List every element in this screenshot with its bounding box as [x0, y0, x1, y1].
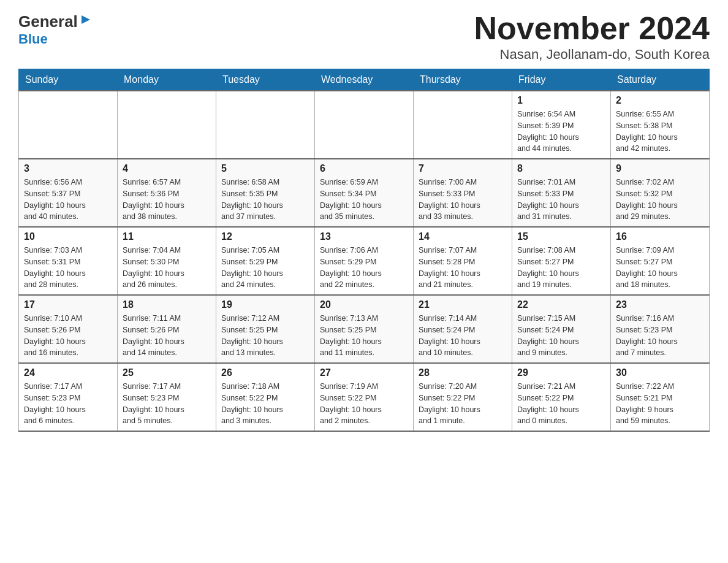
weekday-header-row: SundayMondayTuesdayWednesdayThursdayFrid… — [19, 69, 710, 91]
calendar-cell: 23Sunrise: 7:16 AM Sunset: 5:23 PM Dayli… — [611, 295, 710, 363]
day-number: 9 — [616, 163, 704, 174]
day-number: 19 — [221, 299, 309, 310]
day-number: 2 — [616, 95, 704, 106]
calendar-cell: 16Sunrise: 7:09 AM Sunset: 5:27 PM Dayli… — [611, 227, 710, 295]
day-info: Sunrise: 7:11 AM Sunset: 5:26 PM Dayligh… — [123, 313, 211, 359]
calendar-cell: 13Sunrise: 7:06 AM Sunset: 5:29 PM Dayli… — [315, 227, 414, 295]
day-number: 15 — [517, 231, 605, 242]
weekday-header-saturday: Saturday — [611, 69, 710, 91]
day-info: Sunrise: 7:16 AM Sunset: 5:23 PM Dayligh… — [616, 313, 704, 359]
day-info: Sunrise: 7:17 AM Sunset: 5:23 PM Dayligh… — [123, 381, 211, 427]
location-text: Nasan, Jeollanam-do, South Korea — [474, 47, 710, 63]
calendar-cell: 4Sunrise: 6:57 AM Sunset: 5:36 PM Daylig… — [118, 159, 216, 227]
calendar-cell — [19, 91, 118, 159]
calendar-cell: 28Sunrise: 7:20 AM Sunset: 5:22 PM Dayli… — [414, 363, 512, 431]
calendar-cell: 3Sunrise: 6:56 AM Sunset: 5:37 PM Daylig… — [19, 159, 118, 227]
calendar-cell — [315, 91, 414, 159]
day-info: Sunrise: 7:03 AM Sunset: 5:31 PM Dayligh… — [24, 245, 112, 291]
day-number: 14 — [419, 231, 507, 242]
svg-marker-0 — [82, 15, 90, 24]
calendar-week-row: 1Sunrise: 6:54 AM Sunset: 5:39 PM Daylig… — [19, 91, 710, 159]
day-info: Sunrise: 7:00 AM Sunset: 5:33 PM Dayligh… — [419, 177, 507, 223]
day-info: Sunrise: 7:02 AM Sunset: 5:32 PM Dayligh… — [616, 177, 704, 223]
day-number: 4 — [123, 163, 211, 174]
calendar-cell: 10Sunrise: 7:03 AM Sunset: 5:31 PM Dayli… — [19, 227, 118, 295]
page-header: General Blue November 2024 Nasan, Jeolla… — [18, 12, 710, 63]
day-number: 21 — [419, 299, 507, 310]
day-info: Sunrise: 6:58 AM Sunset: 5:35 PM Dayligh… — [221, 177, 309, 223]
calendar-cell: 30Sunrise: 7:22 AM Sunset: 5:21 PM Dayli… — [611, 363, 710, 431]
day-info: Sunrise: 7:09 AM Sunset: 5:27 PM Dayligh… — [616, 245, 704, 291]
day-number: 22 — [517, 299, 605, 310]
weekday-header-tuesday: Tuesday — [216, 69, 315, 91]
day-number: 26 — [221, 367, 309, 378]
day-info: Sunrise: 6:56 AM Sunset: 5:37 PM Dayligh… — [24, 177, 112, 223]
day-info: Sunrise: 7:14 AM Sunset: 5:24 PM Dayligh… — [419, 313, 507, 359]
calendar-cell: 7Sunrise: 7:00 AM Sunset: 5:33 PM Daylig… — [414, 159, 512, 227]
day-info: Sunrise: 7:17 AM Sunset: 5:23 PM Dayligh… — [24, 381, 112, 427]
day-info: Sunrise: 7:13 AM Sunset: 5:25 PM Dayligh… — [320, 313, 408, 359]
day-number: 5 — [221, 163, 309, 174]
day-info: Sunrise: 7:19 AM Sunset: 5:22 PM Dayligh… — [320, 381, 408, 427]
day-number: 17 — [24, 299, 112, 310]
calendar-cell: 17Sunrise: 7:10 AM Sunset: 5:26 PM Dayli… — [19, 295, 118, 363]
calendar-cell: 25Sunrise: 7:17 AM Sunset: 5:23 PM Dayli… — [118, 363, 216, 431]
day-info: Sunrise: 6:54 AM Sunset: 5:39 PM Dayligh… — [517, 109, 605, 155]
calendar-cell: 27Sunrise: 7:19 AM Sunset: 5:22 PM Dayli… — [315, 363, 414, 431]
weekday-header-friday: Friday — [512, 69, 611, 91]
calendar-cell: 11Sunrise: 7:04 AM Sunset: 5:30 PM Dayli… — [118, 227, 216, 295]
weekday-header-monday: Monday — [118, 69, 216, 91]
logo-general-text: General — [18, 12, 78, 31]
weekday-header-sunday: Sunday — [19, 69, 118, 91]
day-number: 29 — [517, 367, 605, 378]
day-number: 24 — [24, 367, 112, 378]
calendar-cell: 21Sunrise: 7:14 AM Sunset: 5:24 PM Dayli… — [414, 295, 512, 363]
day-number: 11 — [123, 231, 211, 242]
day-number: 13 — [320, 231, 408, 242]
day-info: Sunrise: 7:01 AM Sunset: 5:33 PM Dayligh… — [517, 177, 605, 223]
calendar-cell — [118, 91, 216, 159]
logo-blue-text: Blue — [18, 31, 48, 47]
calendar-cell: 9Sunrise: 7:02 AM Sunset: 5:32 PM Daylig… — [611, 159, 710, 227]
logo: General Blue — [18, 12, 93, 47]
calendar-cell: 22Sunrise: 7:15 AM Sunset: 5:24 PM Dayli… — [512, 295, 611, 363]
logo-arrow-icon — [79, 13, 93, 29]
calendar-table: SundayMondayTuesdayWednesdayThursdayFrid… — [18, 69, 710, 432]
day-info: Sunrise: 6:59 AM Sunset: 5:34 PM Dayligh… — [320, 177, 408, 223]
day-info: Sunrise: 6:57 AM Sunset: 5:36 PM Dayligh… — [123, 177, 211, 223]
calendar-week-row: 24Sunrise: 7:17 AM Sunset: 5:23 PM Dayli… — [19, 363, 710, 431]
calendar-cell: 26Sunrise: 7:18 AM Sunset: 5:22 PM Dayli… — [216, 363, 315, 431]
day-info: Sunrise: 7:04 AM Sunset: 5:30 PM Dayligh… — [123, 245, 211, 291]
day-number: 3 — [24, 163, 112, 174]
day-number: 28 — [419, 367, 507, 378]
day-number: 20 — [320, 299, 408, 310]
calendar-cell: 18Sunrise: 7:11 AM Sunset: 5:26 PM Dayli… — [118, 295, 216, 363]
day-info: Sunrise: 7:12 AM Sunset: 5:25 PM Dayligh… — [221, 313, 309, 359]
day-number: 10 — [24, 231, 112, 242]
calendar-cell: 8Sunrise: 7:01 AM Sunset: 5:33 PM Daylig… — [512, 159, 611, 227]
day-number: 12 — [221, 231, 309, 242]
calendar-cell: 19Sunrise: 7:12 AM Sunset: 5:25 PM Dayli… — [216, 295, 315, 363]
day-info: Sunrise: 7:21 AM Sunset: 5:22 PM Dayligh… — [517, 381, 605, 427]
calendar-cell — [216, 91, 315, 159]
calendar-cell: 2Sunrise: 6:55 AM Sunset: 5:38 PM Daylig… — [611, 91, 710, 159]
day-number: 8 — [517, 163, 605, 174]
day-number: 30 — [616, 367, 704, 378]
day-info: Sunrise: 7:20 AM Sunset: 5:22 PM Dayligh… — [419, 381, 507, 427]
calendar-cell — [414, 91, 512, 159]
calendar-cell: 5Sunrise: 6:58 AM Sunset: 5:35 PM Daylig… — [216, 159, 315, 227]
calendar-cell: 14Sunrise: 7:07 AM Sunset: 5:28 PM Dayli… — [414, 227, 512, 295]
day-info: Sunrise: 7:06 AM Sunset: 5:29 PM Dayligh… — [320, 245, 408, 291]
day-number: 1 — [517, 95, 605, 106]
day-info: Sunrise: 6:55 AM Sunset: 5:38 PM Dayligh… — [616, 109, 704, 155]
day-info: Sunrise: 7:18 AM Sunset: 5:22 PM Dayligh… — [221, 381, 309, 427]
day-info: Sunrise: 7:15 AM Sunset: 5:24 PM Dayligh… — [517, 313, 605, 359]
day-number: 25 — [123, 367, 211, 378]
day-number: 16 — [616, 231, 704, 242]
day-info: Sunrise: 7:07 AM Sunset: 5:28 PM Dayligh… — [419, 245, 507, 291]
calendar-cell: 15Sunrise: 7:08 AM Sunset: 5:27 PM Dayli… — [512, 227, 611, 295]
day-info: Sunrise: 7:22 AM Sunset: 5:21 PM Dayligh… — [616, 381, 704, 427]
calendar-week-row: 17Sunrise: 7:10 AM Sunset: 5:26 PM Dayli… — [19, 295, 710, 363]
day-info: Sunrise: 7:05 AM Sunset: 5:29 PM Dayligh… — [221, 245, 309, 291]
day-number: 6 — [320, 163, 408, 174]
